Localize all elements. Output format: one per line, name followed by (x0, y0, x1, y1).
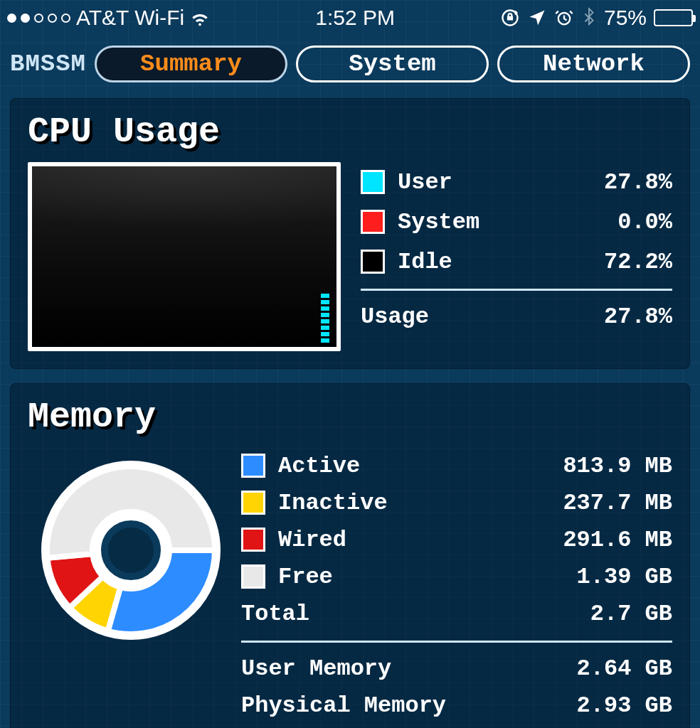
total-label: Total (241, 601, 523, 627)
status-time: 1:52 PM (210, 6, 500, 30)
mem-legend-total: Total 2.7 GB (241, 595, 672, 632)
memory-legend: Active 813.9 MB Inactive 237.7 MB Wired … (241, 447, 672, 724)
app-label: BMSSM (10, 50, 86, 77)
legend-label: Wired (278, 527, 523, 553)
cpu-legend-system: System 0.0% (361, 202, 672, 242)
tab-system[interactable]: System (296, 46, 489, 82)
mem-user-memory: User Memory 2.64 GB (241, 650, 672, 687)
legend-label: Idle (398, 249, 566, 275)
status-right: 75% (500, 6, 693, 30)
carrier-label: AT&T Wi-Fi (76, 6, 184, 30)
svg-point-4 (108, 528, 154, 573)
mem-legend-free: Free 1.39 GB (241, 558, 672, 595)
usage-label: Usage (361, 304, 566, 330)
bluetooth-icon (581, 7, 597, 28)
cpu-usage-graph (28, 162, 341, 351)
rotation-lock-icon (500, 8, 520, 28)
legend-label: User (398, 169, 566, 196)
cpu-panel-title: CPU Usage (28, 112, 672, 152)
cpu-legend: User 27.8% System 0.0% Idle 72.2% Usage … (361, 162, 672, 351)
legend-value: 813.9 MB (523, 453, 672, 479)
legend-label: System (398, 209, 566, 235)
location-icon (527, 8, 547, 28)
swatch-inactive (241, 491, 265, 515)
legend-label: Active (278, 453, 523, 479)
extra-value: 2.93 GB (523, 692, 672, 719)
mem-physical-memory: Physical Memory 2.93 GB (241, 687, 672, 724)
tab-label: System (349, 50, 435, 77)
cpu-usage-panel: CPU Usage User 27.8% System 0.0% Idle (10, 98, 690, 369)
memory-donut-chart (28, 447, 234, 646)
usage-value: 27.8% (566, 304, 672, 330)
extra-value: 2.64 GB (523, 655, 672, 682)
status-left: AT&T Wi-Fi (7, 6, 210, 30)
legend-label: Inactive (278, 490, 523, 516)
memory-panel-title: Memory (28, 397, 672, 437)
cpu-legend-user: User 27.8% (361, 162, 672, 202)
tab-label: Summary (140, 50, 242, 77)
cpu-graph-bar (321, 294, 329, 343)
cpu-usage-total: Usage 27.8% (361, 296, 672, 336)
memory-panel: Memory Active 813.9 MB Inactive 237.7 MB… (10, 383, 690, 728)
donut-svg (35, 454, 227, 646)
mem-legend-wired: Wired 291.6 MB (241, 521, 672, 558)
total-value: 2.7 GB (523, 601, 672, 627)
mem-legend-active: Active 813.9 MB (241, 447, 672, 484)
legend-value: 0.0% (566, 209, 672, 235)
extra-label: User Memory (241, 655, 523, 682)
battery-percent: 75% (604, 6, 647, 30)
swatch-system (361, 210, 385, 234)
extra-label: Physical Memory (241, 692, 523, 719)
divider (361, 289, 672, 291)
legend-value: 237.7 MB (523, 490, 672, 516)
legend-value: 291.6 MB (523, 527, 672, 553)
tab-summary[interactable]: Summary (95, 46, 287, 82)
signal-strength-icon (7, 14, 70, 23)
alarm-icon (554, 8, 574, 28)
tab-label: Network (543, 50, 645, 77)
tab-network[interactable]: Network (497, 46, 690, 82)
legend-label: Free (278, 564, 523, 590)
swatch-user (361, 170, 385, 194)
status-bar: AT&T Wi-Fi 1:52 PM 75% (0, 0, 700, 36)
swatch-idle (361, 250, 385, 274)
swatch-free (241, 564, 265, 589)
cpu-legend-idle: Idle 72.2% (361, 242, 672, 282)
swatch-active (241, 454, 265, 478)
mem-legend-inactive: Inactive 237.7 MB (241, 484, 672, 521)
legend-value: 72.2% (566, 249, 672, 275)
wifi-icon (190, 8, 210, 28)
divider (241, 641, 672, 643)
legend-value: 1.39 GB (523, 564, 672, 590)
tabs-row: BMSSM Summary System Network (0, 36, 700, 98)
swatch-wired (241, 528, 265, 552)
legend-value: 27.8% (566, 169, 672, 196)
battery-icon (654, 9, 693, 26)
